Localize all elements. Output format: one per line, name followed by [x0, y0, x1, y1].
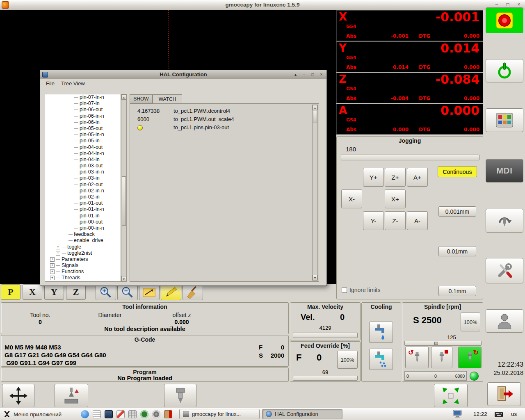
tool-change-button[interactable]	[486, 209, 523, 233]
display-tray-icon[interactable]	[453, 410, 462, 420]
hal-maximize-button[interactable]: □	[309, 71, 316, 78]
keypad-settings-button[interactable]	[486, 108, 523, 132]
hal-pin-tree[interactable]: pin-07-in-npin-07-inpin-06-outpin-06-in-…	[45, 94, 121, 282]
jog-button-y-plus[interactable]: Y+	[363, 168, 384, 187]
applications-menu-button[interactable]: Меню приложений	[1, 409, 64, 420]
zoom-in-button[interactable]	[96, 285, 116, 300]
tree-item-pin-03-out[interactable]: pin-03-out	[45, 163, 121, 169]
fullscreen-button[interactable]	[434, 384, 468, 407]
tree-expander-icon[interactable]: +	[56, 251, 60, 256]
jog-speed-slider[interactable]	[341, 155, 479, 160]
preview-tab-x[interactable]: X	[23, 284, 42, 300]
tree-expander-icon[interactable]: +	[50, 257, 55, 262]
tree-item-toggle[interactable]: +toggle	[45, 244, 121, 250]
tree-item-pin-03-in[interactable]: pin-03-in	[45, 175, 121, 181]
clear-button[interactable]	[183, 285, 203, 300]
dro-axis-z[interactable]: ZG54-0.084Abs-0.084DTG0.000	[336, 73, 483, 103]
zoom-out-button[interactable]	[117, 285, 138, 300]
spindle-reset-100-button[interactable]: 100%	[461, 313, 480, 331]
tree-item-pin-05-in-n[interactable]: pin-05-in-n	[45, 132, 121, 138]
ignore-limits-checkbox[interactable]	[342, 288, 347, 293]
feed-reset-100-button[interactable]: 100%	[337, 351, 358, 369]
jog-button-z-plus[interactable]: Z+	[385, 168, 406, 187]
increment-button-0.1mm[interactable]: 0.1mm	[438, 286, 476, 296]
hal-shade-button[interactable]: ▴	[292, 71, 299, 78]
hal-titlebar[interactable]: HAL Configuration ▴ – □ ×	[40, 70, 326, 79]
taskbar-window-hal[interactable]: HAL Configuration	[262, 409, 342, 419]
tree-item-enable_drive[interactable]: enable_drive	[45, 237, 121, 244]
jog-button-y-minus[interactable]: Y-	[363, 211, 384, 230]
hal-tab-show[interactable]: SHOW	[130, 94, 153, 103]
dro-axis-y[interactable]: YG540.014Abs0.014DTG0.000	[336, 41, 483, 72]
tree-item-pin-02-in[interactable]: pin-02-in	[45, 194, 121, 200]
scrollbar-thumb[interactable]	[122, 176, 126, 226]
edit-button[interactable]	[161, 285, 181, 300]
calculator-launcher-icon[interactable]	[128, 410, 137, 418]
notes-launcher-icon[interactable]	[93, 410, 101, 418]
jog-button-x-plus[interactable]: X+	[385, 189, 406, 208]
jog-button-a-minus[interactable]: A-	[407, 211, 428, 230]
tree-expander-icon[interactable]: +	[50, 263, 55, 268]
increment-button-0.01mm[interactable]: 0.01mm	[438, 246, 476, 256]
tree-item-pin-01-out[interactable]: pin-01-out	[45, 200, 121, 206]
jog-button-z-minus[interactable]: Z-	[385, 211, 406, 230]
taskbar-window-gmoccapy[interactable]: gmoccapy for linux...	[179, 409, 260, 419]
max-velocity-slider[interactable]	[293, 333, 358, 338]
tree-item-signals[interactable]: +Signals	[45, 262, 121, 269]
preview-tab-z[interactable]: Z	[66, 284, 86, 300]
hal-menu-tree-view[interactable]: Tree View	[58, 80, 88, 87]
tree-scrollbar[interactable]: ▲ ▼	[121, 94, 127, 282]
tree-item-pin-05-in[interactable]: pin-05-in	[45, 138, 121, 144]
increment-button-0.001mm[interactable]: 0.001mm	[438, 206, 476, 217]
jog-mode-button[interactable]	[2, 384, 34, 407]
tree-item-toggle2nist[interactable]: +toggle2nist	[45, 250, 121, 256]
tree-item-pin-04-in[interactable]: pin-04-in	[45, 157, 121, 163]
watch-item[interactable]: 4.167338to_pci.1.PWM.dcontrol4	[130, 108, 319, 116]
dro-axis-a[interactable]: AG540.000Abs0.000DTG0.000	[336, 104, 483, 135]
machine-on-button[interactable]	[486, 59, 523, 82]
tree-item-pin-04-in-n[interactable]: pin-04-in-n	[45, 151, 121, 157]
logout-launcher-icon[interactable]	[164, 410, 172, 418]
user-button[interactable]	[486, 309, 523, 333]
mist-button[interactable]	[369, 349, 393, 370]
tree-item-pin-01-in-n[interactable]: pin-01-in-n	[45, 206, 121, 212]
settings-button[interactable]	[486, 258, 523, 283]
tree-item-pin-01-in[interactable]: pin-01-in	[45, 213, 121, 219]
hal-close-button[interactable]: ×	[318, 71, 325, 78]
tree-item-pin-07-in[interactable]: pin-07-in	[45, 100, 121, 107]
tree-item-pin-02-out[interactable]: pin-02-out	[45, 182, 121, 188]
tree-expander-icon[interactable]: +	[50, 276, 55, 280]
scroll-up-icon[interactable]: ▲	[121, 94, 126, 100]
tree-item-pin-06-out[interactable]: pin-06-out	[45, 107, 121, 113]
jog-button-a-plus[interactable]: A+	[407, 168, 428, 187]
editor-launcher-icon[interactable]	[116, 410, 125, 418]
dimensions-button[interactable]	[139, 285, 160, 300]
spindle-ccw-button[interactable]: ↺	[405, 347, 429, 368]
browser-launcher-icon[interactable]	[81, 410, 89, 418]
tree-item-pin-02-in-n[interactable]: pin-02-in-n	[45, 188, 121, 194]
dro-axis-x[interactable]: XG54-0.001Abs-0.001DTG0.000	[336, 10, 483, 41]
tree-item-pin-05-out[interactable]: pin-05-out	[45, 126, 121, 132]
keyboard-layout-indicator[interactable]: us	[511, 411, 517, 417]
tree-item-parameters[interactable]: +Parameters	[45, 256, 121, 262]
exit-button[interactable]	[487, 382, 521, 406]
tool-button[interactable]	[164, 384, 196, 407]
keyboard-tray-icon[interactable]	[495, 411, 503, 419]
tree-expander-icon[interactable]: +	[50, 269, 55, 274]
tree-item-pin-07-in-n[interactable]: pin-07-in-n	[45, 94, 121, 100]
tree-item-threads[interactable]: +Threads	[45, 275, 121, 281]
continuous-button[interactable]: Continuous	[438, 166, 477, 177]
taskbar-clock[interactable]: 12:22	[473, 411, 493, 417]
hal-tab-watch[interactable]: WATCH	[153, 94, 182, 104]
emergency-stop-button[interactable]	[486, 7, 523, 33]
spindle-slider-handle[interactable]	[434, 342, 438, 345]
scroll-down-icon[interactable]: ▼	[313, 275, 317, 280]
feed-override-slider[interactable]	[293, 376, 358, 381]
hal-menu-file[interactable]: File	[43, 80, 58, 87]
tree-expander-icon[interactable]: +	[56, 245, 60, 249]
hal-configuration-window[interactable]: HAL Configuration ▴ – □ × FileTree View …	[40, 70, 327, 286]
settings-launcher-icon[interactable]	[152, 410, 160, 418]
watch-item[interactable]: to_pci.1.pins.pin-03-out	[130, 124, 319, 132]
watch-item[interactable]: 6000to_pci.1.PWM.out_scale4	[130, 116, 319, 124]
spindle-override-slider[interactable]	[404, 341, 482, 346]
